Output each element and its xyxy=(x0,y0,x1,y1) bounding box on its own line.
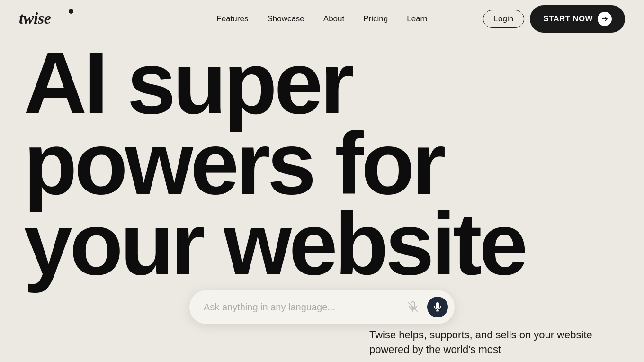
nav-features[interactable]: Features xyxy=(209,11,256,27)
nav-right: Login START NOW xyxy=(483,5,625,33)
start-now-label: START NOW xyxy=(543,14,593,24)
bottom-description: Twise helps, supports, and sells on your… xyxy=(369,328,606,362)
bottom-description-text: Twise helps, supports, and sells on your… xyxy=(369,329,592,355)
hero-line3: your website xyxy=(24,204,644,284)
hero-title: AI super powers for your website xyxy=(0,38,644,285)
login-button[interactable]: Login xyxy=(483,10,525,28)
hero-line1: AI super xyxy=(24,43,644,123)
svg-text:twise: twise xyxy=(19,9,51,27)
logo-text: twise xyxy=(19,7,76,31)
navbar: twise Features Showcase About Pricing Le… xyxy=(0,0,644,38)
hero-section: AI super powers for your website xyxy=(0,38,644,362)
nav-learn[interactable]: Learn xyxy=(399,11,435,27)
nav-about[interactable]: About xyxy=(316,11,352,27)
nav-pricing[interactable]: Pricing xyxy=(356,11,395,27)
start-now-button[interactable]: START NOW xyxy=(530,5,625,33)
logo-svg: twise xyxy=(19,7,76,28)
mute-icon xyxy=(407,301,419,313)
arrow-icon xyxy=(598,12,612,26)
search-container xyxy=(189,290,455,324)
search-input[interactable] xyxy=(204,302,398,313)
svg-point-1 xyxy=(69,9,73,14)
search-icons xyxy=(402,297,448,317)
microphone-icon xyxy=(432,302,443,312)
nav-showcase[interactable]: Showcase xyxy=(259,11,312,27)
mute-icon-button[interactable] xyxy=(402,297,423,317)
hero-line2: powers for xyxy=(24,123,644,204)
search-bar xyxy=(189,290,455,324)
nav-links: Features Showcase About Pricing Learn xyxy=(209,11,435,27)
logo[interactable]: twise xyxy=(19,7,76,31)
microphone-button[interactable] xyxy=(427,297,448,317)
